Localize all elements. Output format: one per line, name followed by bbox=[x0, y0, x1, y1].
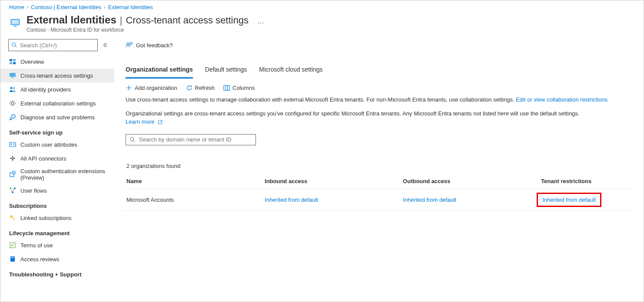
col-inbound[interactable]: Inbound access bbox=[261, 174, 399, 189]
sidebar-item-diagnose[interactable]: Diagnose and solve problems bbox=[0, 110, 114, 124]
sidebar-item-terms-of-use[interactable]: Terms of use bbox=[0, 238, 114, 252]
collab-restrictions-link[interactable]: Edit or view collaboration restrictions bbox=[516, 96, 607, 103]
description-2: Organizational settings are cross-tenant… bbox=[120, 109, 644, 131]
sidebar: Overview Cross-tenant access settings Al… bbox=[0, 39, 114, 302]
breadcrumb-item[interactable]: Contoso | External Identities bbox=[31, 4, 101, 10]
cell-name: Microsoft Accounts bbox=[123, 189, 261, 210]
sidebar-item-label: All identity providers bbox=[20, 86, 71, 93]
sidebar-item-api-connectors[interactable]: All API connectors bbox=[0, 151, 114, 165]
sidebar-section-selfservice: Self-service sign up bbox=[0, 124, 114, 138]
sidebar-item-label: All API connectors bbox=[20, 155, 66, 162]
breadcrumb-item[interactable]: Home bbox=[9, 4, 24, 10]
people-icon bbox=[9, 86, 16, 93]
sidebar-item-overview[interactable]: Overview bbox=[0, 55, 114, 69]
svg-point-11 bbox=[10, 87, 13, 89]
tab-microsoft-cloud-settings[interactable]: Microsoft cloud settings bbox=[259, 63, 322, 79]
svg-rect-29 bbox=[224, 85, 229, 90]
book-icon bbox=[9, 256, 16, 263]
breadcrumb-item[interactable]: External Identities bbox=[108, 4, 153, 10]
sidebar-item-providers[interactable]: All identity providers bbox=[0, 82, 114, 96]
search-icon bbox=[129, 137, 136, 143]
page-subtitle: Contoso - Microsoft Entra ID for workfor… bbox=[27, 27, 265, 33]
sidebar-search[interactable] bbox=[8, 39, 98, 51]
sidebar-item-label: Custom user attributes bbox=[20, 141, 77, 148]
chevron-right-icon: › bbox=[27, 5, 28, 10]
svg-point-32 bbox=[130, 137, 134, 141]
more-actions-button[interactable]: … bbox=[252, 17, 265, 25]
svg-rect-5 bbox=[10, 59, 12, 61]
toolbar: Add organization Refresh Columns bbox=[114, 79, 644, 95]
col-name[interactable]: Name bbox=[123, 174, 261, 189]
svg-rect-2 bbox=[12, 20, 19, 24]
outbound-access-link[interactable]: Inherited from default bbox=[403, 197, 456, 203]
description-1: Use cross-tenant access settings to mana… bbox=[120, 95, 644, 109]
sidebar-item-auth-extensions[interactable]: Custom authentication extensions (Previe… bbox=[0, 165, 114, 184]
svg-point-3 bbox=[12, 43, 16, 46]
columns-button[interactable]: Columns bbox=[223, 85, 255, 91]
add-organization-button[interactable]: Add organization bbox=[126, 85, 177, 91]
svg-point-13 bbox=[11, 102, 14, 105]
sidebar-item-label: Overview bbox=[20, 59, 44, 65]
toolbar-label: Add organization bbox=[135, 85, 177, 91]
overview-icon bbox=[9, 58, 16, 65]
sidebar-item-custom-attributes[interactable]: Custom user attributes bbox=[0, 138, 114, 151]
toolbar-label: Columns bbox=[232, 85, 255, 91]
svg-rect-8 bbox=[13, 62, 16, 64]
col-outbound[interactable]: Outbound access bbox=[399, 174, 538, 189]
svg-rect-14 bbox=[10, 142, 16, 147]
page-title-strong: External Identities bbox=[27, 14, 116, 26]
svg-rect-20 bbox=[13, 171, 15, 174]
monitor-icon bbox=[9, 72, 16, 79]
tab-default-settings[interactable]: Default settings bbox=[205, 63, 247, 79]
chevron-double-left-icon bbox=[102, 42, 108, 48]
sidebar-item-label: Access reviews bbox=[20, 256, 60, 263]
learn-more-label: Learn more bbox=[126, 118, 154, 125]
sidebar-item-label: Diagnose and solve problems bbox=[20, 114, 95, 121]
sidebar-item-user-flows[interactable]: User flows bbox=[0, 184, 114, 197]
sidebar-section-subscriptions: Subscriptions bbox=[0, 197, 114, 211]
external-link-icon bbox=[158, 120, 163, 125]
sidebar-item-label: Linked subscriptions bbox=[20, 215, 72, 221]
tenant-search-input[interactable] bbox=[139, 136, 252, 143]
flow-icon bbox=[9, 187, 16, 194]
breadcrumb: Home › Contoso | External Identities › E… bbox=[0, 0, 644, 12]
col-restrictions[interactable]: Tenant restrictions bbox=[538, 174, 635, 189]
svg-rect-10 bbox=[12, 77, 13, 78]
collapse-sidebar-button[interactable] bbox=[100, 40, 110, 50]
tabs: Organizational settings Default settings… bbox=[114, 63, 644, 79]
sidebar-item-label: Custom authentication extensions (Previe… bbox=[20, 168, 110, 181]
organizations-table: Name Inbound access Outbound access Tena… bbox=[123, 174, 635, 211]
feedback-button[interactable]: Got feedback? bbox=[136, 42, 173, 49]
svg-rect-1 bbox=[14, 26, 17, 26]
svg-point-22 bbox=[14, 187, 16, 189]
extension-icon bbox=[9, 171, 16, 178]
learn-more-link[interactable]: Learn more bbox=[126, 118, 163, 125]
sidebar-item-label: Cross-tenant access settings bbox=[20, 72, 93, 79]
svg-point-18 bbox=[12, 158, 13, 159]
table-header-row: Name Inbound access Outbound access Tena… bbox=[123, 174, 635, 189]
sidebar-item-label: External collaboration settings bbox=[20, 100, 96, 107]
chevron-right-icon: › bbox=[104, 5, 105, 10]
inbound-access-link[interactable]: Inherited from default bbox=[265, 197, 318, 203]
wrench-icon bbox=[9, 114, 16, 121]
tenant-search[interactable] bbox=[126, 134, 256, 145]
description-text: Organizational settings are cross-tenant… bbox=[126, 110, 579, 117]
tenant-restrictions-link[interactable]: Inherited from default bbox=[542, 197, 596, 203]
sidebar-item-cross-tenant[interactable]: Cross-tenant access settings bbox=[0, 69, 114, 82]
page-title-sub: Cross-tenant access settings bbox=[126, 15, 248, 26]
table-row[interactable]: Microsoft Accounts Inherited from defaul… bbox=[123, 189, 635, 210]
highlighted-cell: Inherited from default bbox=[537, 193, 601, 207]
page-header: External Identities | Cross-tenant acces… bbox=[0, 12, 644, 39]
sidebar-item-linked-subscriptions[interactable]: Linked subscriptions bbox=[0, 211, 114, 225]
sidebar-search-input[interactable] bbox=[20, 42, 95, 49]
sidebar-item-access-reviews[interactable]: Access reviews bbox=[0, 252, 114, 266]
columns-icon bbox=[223, 85, 230, 91]
api-icon bbox=[9, 155, 16, 162]
description-text: Use cross-tenant access settings to mana… bbox=[126, 96, 516, 103]
refresh-button[interactable]: Refresh bbox=[186, 85, 215, 91]
svg-rect-6 bbox=[13, 59, 16, 61]
sidebar-item-collab-settings[interactable]: External collaboration settings bbox=[0, 96, 114, 110]
svg-rect-7 bbox=[10, 62, 12, 64]
tab-organizational-settings[interactable]: Organizational settings bbox=[126, 63, 193, 79]
svg-rect-27 bbox=[11, 257, 14, 258]
